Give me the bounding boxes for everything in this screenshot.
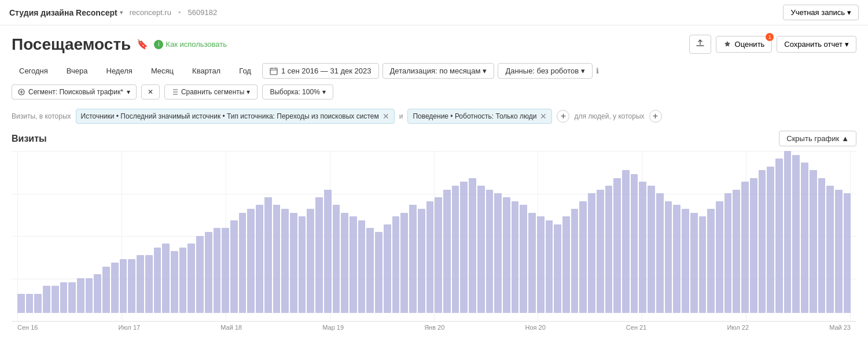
brand-name[interactable]: Студия дизайна Reconcept ▾	[9, 8, 123, 17]
chart-bar	[528, 213, 536, 313]
sample-button[interactable]: Выборка: 100% ▾	[262, 84, 333, 99]
chart-bar	[656, 193, 664, 313]
hide-chart-button[interactable]: Скрыть график ▲	[779, 131, 856, 146]
account-button[interactable]: Учетная запись ▾	[783, 5, 859, 20]
chart-bar	[34, 294, 42, 313]
chart-bar	[546, 220, 553, 313]
chart-bar	[460, 182, 468, 313]
segment-chevron-icon: ▾	[127, 88, 130, 96]
detail-select-button[interactable]: Детализация: по месяцам ▾	[382, 63, 495, 79]
chart-bar	[801, 163, 808, 313]
chart-bar	[613, 178, 621, 313]
period-yesterday-button[interactable]: Вчера	[59, 63, 95, 79]
chart-bar	[665, 201, 672, 313]
main-content: Посещаемость 🔖 i Как использовать Оценит…	[0, 25, 868, 342]
chart-bar	[682, 209, 689, 313]
filter-row-2: Сегмент: Поисковый трафик* ▾ ✕ Сравнить …	[12, 84, 856, 99]
chart-bar	[622, 170, 630, 313]
chart-bar	[154, 248, 161, 313]
chart-bar	[452, 186, 459, 313]
chart-bar	[375, 232, 382, 313]
chart-bar	[128, 259, 135, 313]
save-report-button[interactable]: Сохранить отчет ▾	[777, 36, 856, 53]
chart-bar	[26, 294, 34, 313]
filter-row-1: Сегодня Вчера Неделя Месяц Квартал Год 1…	[12, 63, 856, 79]
bookmark-icon[interactable]: 🔖	[137, 39, 148, 50]
chart-bar	[571, 209, 579, 313]
page-title-left: Посещаемость 🔖 i Как использовать	[12, 35, 227, 54]
how-to-use-link[interactable]: i Как использовать	[154, 40, 227, 49]
condition-tag-2[interactable]: Поведение • Роботность: Только люди ✕	[407, 109, 552, 124]
remove-segment-button[interactable]: ✕	[141, 84, 160, 99]
period-year-button[interactable]: Год	[231, 63, 259, 79]
rate-button[interactable]: Оценить 1	[716, 36, 773, 53]
for-people-label: для людей, у которых	[574, 112, 644, 120]
chart-bar	[350, 216, 357, 313]
compare-segments-button[interactable]: Сравнить сегменты ▾	[164, 84, 258, 99]
svg-rect-0	[270, 68, 277, 75]
date-range-button[interactable]: 1 сен 2016 — 31 дек 2023	[262, 63, 379, 79]
chart-bar	[409, 205, 417, 313]
chart-bar	[810, 170, 817, 313]
add-condition-button[interactable]: +	[557, 110, 569, 123]
chart-bar	[469, 178, 476, 313]
condition-tag-2-label: Поведение • Роботность: Только люди	[413, 112, 536, 120]
detail-chevron-icon: ▾	[483, 67, 487, 75]
chart-header: Визиты Скрыть график ▲	[12, 131, 856, 146]
chart-bar	[214, 228, 221, 313]
chart-section: Визиты Скрыть график ▲ Сен 16Июл 17Май 1…	[12, 131, 856, 333]
period-month-button[interactable]: Месяц	[144, 63, 181, 79]
period-week-button[interactable]: Неделя	[99, 63, 140, 79]
chart-bar	[605, 186, 613, 313]
condition-row: Визиты, в которых Источники • Последний …	[12, 109, 856, 124]
segment-label: Сегмент: Поисковый трафик*	[28, 88, 123, 96]
save-report-label: Сохранить отчет	[784, 40, 843, 49]
chart-bar	[512, 201, 519, 313]
chart-bar	[486, 190, 494, 313]
site-id: 5609182	[188, 8, 218, 17]
condition-tag-1-remove-icon[interactable]: ✕	[382, 112, 389, 121]
account-label: Учетная запись	[790, 8, 845, 17]
x-axis-label: Июл 22	[727, 324, 749, 331]
export-button[interactable]	[689, 35, 711, 54]
rate-badge: 1	[766, 33, 774, 41]
brand-label: Студия дизайна Reconcept	[9, 8, 117, 17]
chart-bar	[716, 201, 723, 313]
rate-label: Оценить	[735, 40, 765, 49]
chart-bar	[699, 216, 707, 313]
period-quarter-button[interactable]: Квартал	[185, 63, 228, 79]
chart-bar	[562, 216, 570, 313]
hide-chart-label: Скрыть график	[786, 134, 839, 143]
chart-bar	[818, 178, 826, 313]
condition-tag-1-label: Источники • Последний значимый источник …	[81, 112, 379, 120]
x-axis-label: Май 18	[220, 324, 242, 331]
chart-bar	[400, 213, 408, 313]
how-to-use-label: Как использовать	[165, 40, 227, 49]
chart-bar	[639, 182, 646, 313]
chart-bar	[690, 213, 698, 313]
add-people-condition-button[interactable]: +	[649, 110, 662, 123]
page-title-right: Оценить 1 Сохранить отчет ▾	[689, 35, 856, 54]
chart-bar	[767, 167, 774, 313]
chart-bar	[86, 278, 93, 313]
chart-bar	[443, 190, 451, 313]
chart-bar	[290, 213, 297, 313]
chart-bar	[94, 274, 101, 313]
chart-bar	[435, 197, 442, 313]
period-today-button[interactable]: Сегодня	[12, 63, 56, 79]
chart-bar	[477, 186, 485, 313]
chart-bar	[775, 158, 783, 313]
chart-bar	[503, 197, 510, 313]
brand-chevron-icon: ▾	[120, 9, 123, 16]
chart-bar	[162, 244, 170, 313]
chart-bar	[418, 209, 425, 313]
top-bar-left: Студия дизайна Reconcept ▾ reconcept.ru …	[9, 8, 217, 17]
chart-bar	[844, 193, 851, 313]
chart-bar	[759, 170, 766, 313]
condition-tag-2-remove-icon[interactable]: ✕	[540, 112, 547, 121]
condition-tag-1[interactable]: Источники • Последний значимый источник …	[76, 109, 395, 124]
segment-tag[interactable]: Сегмент: Поисковый трафик* ▾	[12, 84, 137, 99]
data-select-button[interactable]: Данные: без роботов ▾	[498, 63, 593, 79]
chart-bar	[77, 278, 84, 313]
chart-bar	[537, 216, 545, 313]
